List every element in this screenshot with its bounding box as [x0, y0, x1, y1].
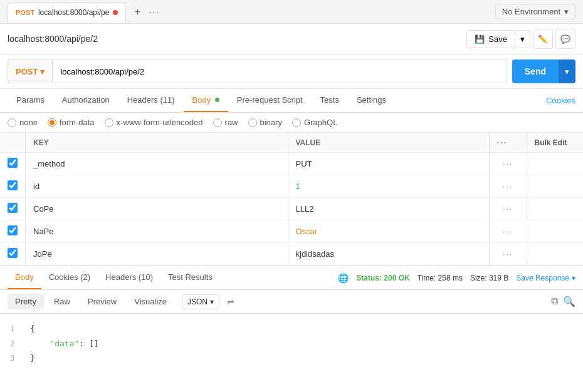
bulk-edit-button[interactable]: Bulk Edit: [535, 138, 567, 147]
tab-tests[interactable]: Tests: [312, 89, 348, 112]
view-tab-visualize-label: Visualize: [134, 297, 167, 306]
response-tab-headers-label: Headers (10): [105, 272, 153, 282]
row-4-checkbox[interactable]: [8, 248, 18, 258]
row-4-value[interactable]: kjdldsadas: [288, 243, 489, 266]
row-2-check-cell: [0, 198, 26, 220]
response-view-bar: Pretty Raw Preview Visualize JSON ▾ ⇌ ⧉ …: [0, 290, 583, 314]
size-label: Size: 319 B: [470, 274, 508, 282]
row-1-extra: [527, 175, 583, 198]
row-2-value[interactable]: LLL2: [288, 198, 489, 220]
col-check: [0, 133, 26, 153]
view-tab-visualize[interactable]: Visualize: [127, 294, 174, 309]
tab-authorization-label: Authorization: [62, 95, 110, 105]
save-dropdown-button[interactable]: ▾: [515, 30, 530, 48]
row-0-value[interactable]: PUT: [288, 153, 489, 175]
radio-graphql: [292, 118, 301, 127]
row-0-more-icon: ···: [503, 159, 513, 168]
copy-response-button[interactable]: ⧉: [551, 296, 558, 307]
table-row: JoPe kjdldsadas ···: [0, 243, 583, 266]
send-dropdown-button[interactable]: ▾: [559, 59, 575, 83]
body-type-urlencoded[interactable]: x-www-form-urlencoded: [105, 118, 203, 127]
body-type-binary[interactable]: binary: [248, 118, 282, 127]
view-tab-preview[interactable]: Preview: [80, 294, 124, 309]
radio-raw: [213, 118, 222, 127]
row-0-more[interactable]: ···: [489, 153, 527, 175]
tab-authorization[interactable]: Authorization: [53, 89, 118, 112]
response-tab-body-label: Body: [15, 272, 34, 282]
col-more: ···: [489, 133, 527, 153]
env-chevron-icon: ▾: [564, 7, 569, 16]
code-line-3: 3 }: [10, 351, 573, 366]
view-tab-pretty[interactable]: Pretty: [8, 294, 44, 309]
tab-settings[interactable]: Settings: [348, 89, 395, 112]
row-3-value[interactable]: Oscar: [288, 220, 489, 243]
status-label: Status: 200 OK: [356, 274, 409, 282]
body-type-formdata[interactable]: form-data: [48, 118, 95, 127]
current-url-display: localhost:8000/api/pe/2: [8, 34, 461, 44]
method-selector[interactable]: POST ▾: [8, 59, 52, 83]
row-1-key[interactable]: id: [26, 175, 288, 198]
send-button-group: Send ▾: [512, 59, 575, 83]
response-tab-cookies[interactable]: Cookies (2): [41, 266, 98, 289]
add-tab-button[interactable]: +: [129, 3, 146, 21]
cookies-link[interactable]: Cookies: [546, 96, 575, 105]
row-3-extra: [527, 220, 583, 243]
view-tab-raw-label: Raw: [54, 297, 70, 306]
save-response-button[interactable]: Save Response ▾: [516, 274, 575, 282]
table-header-row: KEY VALUE ··· Bulk Edit: [0, 133, 583, 153]
save-button[interactable]: 💾 Save: [466, 30, 515, 48]
tab-tests-label: Tests: [320, 95, 339, 105]
tab-url-label: localhost:8000/api/pe: [38, 8, 109, 17]
view-tab-raw[interactable]: Raw: [46, 294, 78, 309]
code-line-2: 2 "data": []: [10, 336, 573, 351]
row-0-checkbox[interactable]: [8, 158, 18, 168]
row-4-extra: [527, 243, 583, 266]
comment-icon-button[interactable]: 💬: [555, 29, 575, 49]
body-type-binary-label: binary: [260, 118, 282, 127]
row-3-more[interactable]: ···: [489, 220, 527, 243]
row-0-key[interactable]: _method: [26, 153, 288, 175]
header-right: No Environment ▾: [495, 4, 575, 19]
tab-headers[interactable]: Headers (11): [118, 89, 184, 112]
tab-pre-request[interactable]: Pre-request Script: [228, 89, 312, 112]
body-type-none[interactable]: none: [8, 118, 38, 127]
response-tab-body[interactable]: Body: [8, 266, 41, 289]
tab-unsaved-dot: [113, 10, 118, 15]
row-2-more[interactable]: ···: [489, 198, 527, 220]
row-3-checkbox[interactable]: [8, 225, 18, 235]
tab-params[interactable]: Params: [8, 89, 53, 112]
format-selector[interactable]: JSON ▾: [182, 294, 219, 309]
url-input[interactable]: [52, 59, 507, 83]
body-active-dot: [215, 98, 219, 102]
row-1-more[interactable]: ···: [489, 175, 527, 198]
response-tab-test-results[interactable]: Test Results: [160, 266, 220, 289]
active-tab[interactable]: POST localhost:8000/api/pe: [8, 3, 126, 23]
edit-icon-button[interactable]: ✏️: [533, 29, 553, 49]
wrap-icon-button[interactable]: ⇌: [227, 297, 234, 307]
row-4-key[interactable]: JoPe: [26, 243, 288, 266]
response-code-view: 1 { 2 "data": [] 3 }: [0, 314, 583, 373]
row-3-key[interactable]: NaPe: [26, 220, 288, 243]
row-4-more[interactable]: ···: [489, 243, 527, 266]
send-button[interactable]: Send: [512, 59, 559, 83]
time-label: Time: 258 ms: [418, 274, 463, 282]
body-type-raw[interactable]: raw: [213, 118, 238, 127]
save-response-chevron: ▾: [572, 274, 575, 282]
body-type-urlencoded-label: x-www-form-urlencoded: [117, 118, 203, 127]
table-more-icon[interactable]: ···: [497, 138, 508, 147]
row-2-checkbox[interactable]: [8, 203, 18, 213]
response-tab-headers[interactable]: Headers (10): [98, 266, 160, 289]
row-1-value[interactable]: 1: [288, 175, 489, 198]
row-2-extra: [527, 198, 583, 220]
tab-body[interactable]: Body: [184, 89, 228, 112]
request-bar: POST ▾ Send ▾: [0, 54, 583, 89]
body-type-graphql[interactable]: GraphQL: [292, 118, 337, 127]
row-1-checkbox[interactable]: [8, 180, 18, 190]
row-2-key[interactable]: CoPe: [26, 198, 288, 220]
environment-selector[interactable]: No Environment ▾: [495, 4, 575, 19]
more-tabs-button[interactable]: ···: [149, 7, 160, 17]
method-chevron-icon: ▾: [40, 67, 45, 76]
search-response-button[interactable]: 🔍: [563, 296, 575, 307]
row-3-check-cell: [0, 220, 26, 243]
save-label: Save: [488, 34, 507, 44]
